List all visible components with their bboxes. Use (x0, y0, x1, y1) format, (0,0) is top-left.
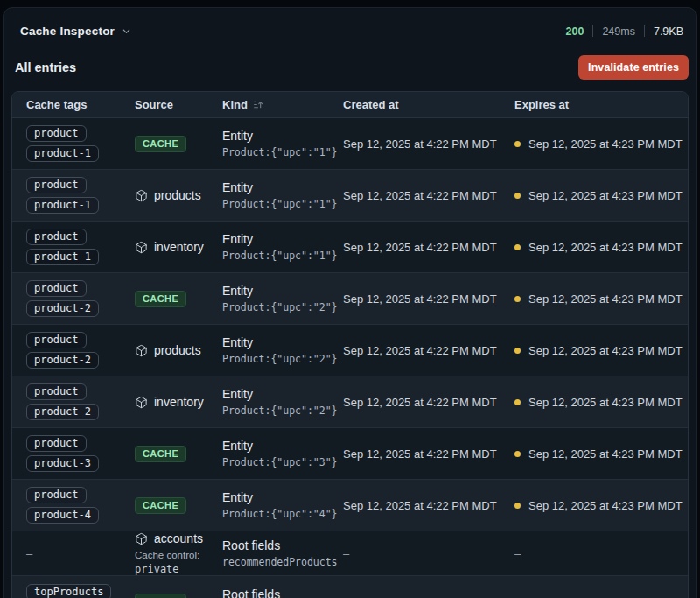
cache-tag-chip[interactable]: product (26, 332, 87, 348)
cache-tag-chip[interactable]: product (26, 280, 87, 297)
cache-tags-cell: productproduct-4 (12, 480, 135, 531)
source-cell: inventory (135, 395, 222, 409)
topbar: Cache Inspector 200 249ms 7.9KB (4, 8, 696, 38)
kind-cell: Root fieldstopProducts (222, 587, 343, 598)
inspector-selector-dropdown[interactable]: Cache Inspector (20, 25, 131, 38)
table-row[interactable]: productproduct-2CACHEEntityProduct:{"upc… (12, 272, 688, 324)
source-cell: products (135, 188, 222, 202)
kind-cell: EntityProduct:{"upc":"2"} (222, 387, 343, 417)
expires-at-cell: Sep 12, 2025 at 4:23 PM MDT (514, 447, 688, 461)
subgraph-source: products (135, 343, 222, 357)
subgraph-name: inventory (154, 240, 204, 254)
source-cell: CACHE (135, 291, 222, 307)
cube-icon (135, 344, 148, 357)
cache-tag-chip[interactable]: topProducts (26, 584, 111, 598)
cache-tag-chip[interactable]: product (26, 177, 87, 193)
kind-cell: EntityProduct:{"upc":"4"} (222, 490, 343, 520)
table-row[interactable]: productproduct-1productsEntityProduct:{"… (12, 169, 688, 221)
empty-value: – (26, 547, 32, 560)
expires-at-value: Sep 12, 2025 at 4:23 PM MDT (528, 447, 682, 461)
kind-key: Product:{"upc":"4"} (222, 508, 343, 520)
table-row[interactable]: productproduct-2inventoryEntityProduct:{… (12, 376, 688, 427)
column-label: Expires at (514, 98, 569, 111)
expires-at-cell: Sep 12, 2025 at 4:23 PM MDT (514, 344, 688, 357)
table-row[interactable]: productproduct-4CACHEEntityProduct:{"upc… (12, 479, 688, 531)
table-row[interactable]: –accountsCache control:privateRoot field… (12, 531, 688, 575)
kind-title: Entity (222, 335, 343, 349)
kind-title: Entity (222, 129, 343, 143)
cache-control-value: private (135, 563, 222, 575)
subgraph-source: inventory (135, 395, 222, 409)
expires-at-cell: Sep 12, 2025 at 4:23 PM MDT (514, 396, 688, 409)
expires-status-dot (514, 141, 521, 147)
subgraph-name: products (154, 343, 201, 357)
cache-source-badge: CACHE (135, 446, 186, 462)
cache-tags-cell: productproduct-1 (12, 170, 135, 221)
kind-title: Entity (222, 232, 343, 246)
cache-tag-chip[interactable]: product-4 (26, 507, 99, 524)
created-at-value: Sep 12, 2025 at 4:22 PM MDT (343, 241, 497, 254)
sort-icon[interactable] (253, 99, 264, 110)
expires-at-value: Sep 12, 2025 at 4:23 PM MDT (528, 292, 682, 306)
source-cell: CACHE (135, 497, 222, 514)
cache-tags-cell: productproduct-2 (12, 273, 135, 324)
divider (592, 25, 593, 37)
column-header-source: Source (135, 98, 222, 111)
kind-key: Product:{"upc":"2"} (222, 301, 343, 313)
created-at-value: Sep 12, 2025 at 4:22 PM MDT (343, 499, 497, 512)
created-at-value: Sep 12, 2025 at 4:22 PM MDT (343, 189, 497, 202)
expires-at-cell: – (514, 547, 688, 560)
expires-status-dot (514, 193, 521, 199)
cube-icon (135, 189, 148, 202)
kind-cell: EntityProduct:{"upc":"2"} (222, 284, 343, 313)
expires-at-value: Sep 12, 2025 at 4:23 PM MDT (528, 241, 682, 254)
cache-tag-chip[interactable]: product (26, 383, 87, 400)
table-row[interactable]: topProductstopProducts-5CACHERoot fields… (12, 575, 688, 598)
column-label: Source (135, 98, 173, 111)
kind-title: Entity (222, 439, 343, 453)
cache-tag-chip[interactable]: product-1 (26, 197, 99, 214)
kind-cell: EntityProduct:{"upc":"2"} (222, 335, 343, 365)
cache-tag-chip[interactable]: product (26, 229, 87, 245)
invalidate-entries-button[interactable]: Invalidate entries (578, 55, 689, 80)
column-header-created-at: Created at (343, 98, 514, 111)
expires-at-cell: Sep 12, 2025 at 4:23 PM MDT (514, 499, 688, 512)
cache-tag-chip[interactable]: product (26, 487, 87, 503)
created-at-cell: Sep 12, 2025 at 4:22 PM MDT (343, 344, 514, 357)
cache-tags-cell: productproduct-3 (12, 428, 135, 479)
table-row[interactable]: productproduct-2productsEntityProduct:{"… (12, 324, 688, 376)
kind-title: Root fields (222, 587, 343, 598)
cache-tag-chip[interactable]: product (26, 125, 87, 142)
kind-title: Root fields (222, 538, 343, 552)
expires-at-value: Sep 12, 2025 at 4:23 PM MDT (528, 137, 682, 151)
created-at-cell: Sep 12, 2025 at 4:22 PM MDT (343, 292, 514, 306)
column-header-kind[interactable]: Kind (222, 98, 343, 111)
kind-title: Entity (222, 387, 343, 401)
section-heading: All entries (15, 60, 76, 74)
cache-tag-chip[interactable]: product-2 (26, 300, 99, 317)
cache-tags-cell: productproduct-2 (12, 376, 135, 427)
cache-tag-chip[interactable]: product-3 (26, 455, 99, 472)
cache-control-label: Cache control: (135, 550, 222, 560)
cache-tag-chip[interactable]: product-1 (26, 145, 99, 162)
kind-cell: EntityProduct:{"upc":"3"} (222, 439, 343, 468)
kind-key: recommendedProducts (222, 556, 343, 568)
created-at-cell: Sep 12, 2025 at 4:22 PM MDT (343, 396, 514, 409)
kind-cell: EntityProduct:{"upc":"1"} (222, 232, 343, 262)
source-cell: CACHE (135, 446, 222, 462)
table-row[interactable]: productproduct-1CACHEEntityProduct:{"upc… (12, 118, 688, 169)
kind-key: Product:{"upc":"1"} (222, 250, 343, 262)
column-header-cache-tags: Cache tags (12, 98, 135, 111)
created-at-value: Sep 12, 2025 at 4:22 PM MDT (343, 396, 497, 409)
kind-key: Product:{"upc":"2"} (222, 405, 343, 417)
cache-tag-chip[interactable]: product-2 (26, 404, 99, 420)
table-row[interactable]: productproduct-1inventoryEntityProduct:{… (12, 221, 688, 272)
table-row[interactable]: productproduct-3CACHEEntityProduct:{"upc… (12, 427, 688, 479)
cache-tag-chip[interactable]: product-1 (26, 249, 99, 265)
cache-tag-chip[interactable]: product-2 (26, 352, 99, 369)
cache-tag-chip[interactable]: product (26, 435, 87, 452)
expires-status-dot (514, 503, 521, 509)
kind-key: Product:{"upc":"3"} (222, 456, 343, 468)
kind-cell: EntityProduct:{"upc":"1"} (222, 129, 343, 158)
status-duration: 249ms (602, 25, 635, 38)
